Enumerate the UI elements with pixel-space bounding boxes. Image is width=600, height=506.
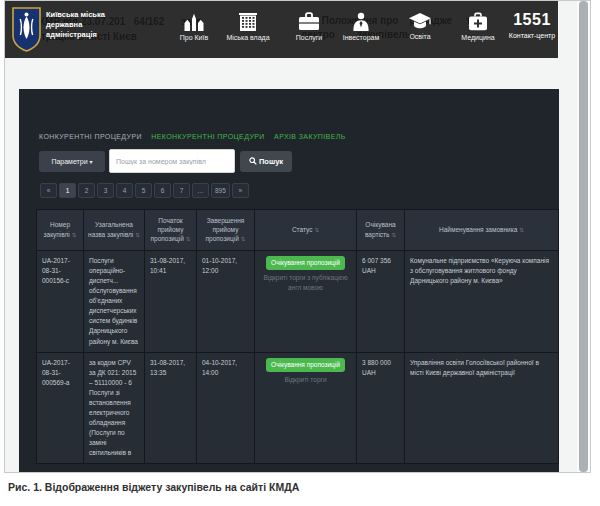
status-badge: Очікування пропозицій	[266, 358, 345, 372]
tender-expected-value: 6 007 356 UAH	[357, 251, 405, 353]
nav-item-label: Послуги	[280, 34, 338, 41]
pagination-next[interactable]: »	[232, 183, 249, 198]
search-controls: Параметри ▾ Пошук	[39, 148, 339, 174]
parameters-button[interactable]: Параметри ▾	[39, 151, 105, 172]
city-building-icon	[219, 12, 277, 31]
nav-item-miska-vlada[interactable]: Міська влада	[219, 12, 277, 41]
nav-item-investoram[interactable]: Інвесторам	[332, 12, 390, 41]
column-header-status[interactable]: Статус⇅	[255, 210, 357, 251]
sort-icon: ⇅	[241, 236, 246, 242]
tender-end: 01-10-2017, 12:00	[197, 251, 255, 353]
nav-item-osvita[interactable]: Освіта	[391, 12, 449, 40]
tab-noncompetitive-procedures[interactable]: НЕКОНКУРЕНТНІ ПРОЦЕДУРИ	[151, 133, 264, 140]
column-header-expected-value[interactable]: Очікувана вартість⇅	[357, 210, 405, 251]
contact-center[interactable]: 1551 Контакт-центр	[499, 10, 565, 39]
pagination-page-895[interactable]: 895	[211, 183, 230, 198]
site-header: КМР від 23.07.201 64/162 затв трацію в м…	[5, 1, 558, 58]
pagination-ellipsis[interactable]: …	[192, 183, 209, 198]
table-row[interactable]: UA-2017-08-31-000569-a за кодом CPV за Д…	[37, 352, 559, 464]
investor-person-icon	[332, 12, 390, 31]
pagination-page-2[interactable]: 2	[78, 183, 95, 198]
pagination-prev[interactable]: «	[40, 183, 57, 198]
tender-name: за кодом CPV за ДК 021: 2015 – 51110000 …	[84, 352, 145, 464]
table-row[interactable]: UA-2017-08-31-000156-c Послуги операційн…	[37, 251, 559, 353]
procurement-widget: КОНКУРЕНТНІ ПРОЦЕДУРИ НЕКОНКУРЕНТНІ ПРОЦ…	[19, 89, 559, 473]
procedure-tabs: КОНКУРЕНТНІ ПРОЦЕДУРИ НЕКОНКУРЕНТНІ ПРОЦ…	[39, 133, 353, 140]
column-header-end[interactable]: Завершення прийому пропозицій⇅	[197, 210, 255, 251]
scrollbar-thumb[interactable]	[579, 1, 588, 472]
tender-status: Очікування пропозицій Відкриті торги	[255, 352, 357, 464]
sort-icon: ⇅	[391, 232, 396, 238]
tender-customer: Комунальне підприємство «Керуюча компані…	[405, 251, 559, 353]
tender-status: Очікування пропозицій Відкриті торги з п…	[255, 251, 357, 353]
sort-icon: ⇅	[135, 232, 140, 238]
tender-start: 31-08-2017, 13:35	[145, 352, 197, 464]
table-header-row: Номер закупівлі⇅ Узагальнена назва закуп…	[37, 210, 559, 251]
column-header-customer[interactable]: Найменування замовника⇅	[405, 210, 559, 251]
figure-caption: Рис. 1. Відображення віджету закупівель …	[8, 481, 299, 493]
tender-customer: Управління освіти Голосіївської районної…	[405, 352, 559, 464]
nav-item-label: Інвесторам	[332, 34, 390, 41]
search-button[interactable]: Пошук	[240, 151, 292, 172]
nav-item-label: Міська влада	[219, 34, 277, 41]
tender-name: Послуги операційно-диспетч... обслуговув…	[84, 251, 145, 353]
tender-start: 31-08-2017, 10:41	[145, 251, 197, 353]
tender-number: UA-2017-08-31-000569-a	[37, 352, 84, 464]
nav-item-label: Про Київ	[165, 34, 223, 41]
tab-competitive-procedures[interactable]: КОНКУРЕНТНІ ПРОЦЕДУРИ	[39, 133, 142, 140]
sort-icon: ⇅	[72, 232, 77, 238]
graduation-cap-icon	[391, 12, 449, 30]
sort-icon: ⇅	[186, 236, 191, 242]
pagination-page-5[interactable]: 5	[135, 183, 152, 198]
procurement-table: Номер закупівлі⇅ Узагальнена назва закуп…	[36, 209, 559, 464]
kmda-site-screenshot: КМР від 23.07.201 64/162 затв трацію в м…	[4, 0, 591, 473]
column-header-number[interactable]: Номер закупівлі⇅	[37, 210, 84, 251]
pagination-page-4[interactable]: 4	[116, 183, 133, 198]
chevron-down-icon: ▾	[90, 159, 93, 165]
sort-icon: ⇅	[519, 227, 524, 233]
pagination-page-3[interactable]: 3	[97, 183, 114, 198]
search-icon	[249, 157, 257, 165]
pagination-page-7[interactable]: 7	[173, 183, 190, 198]
status-note: Відкриті торги	[260, 375, 351, 385]
pagination: « 1 2 3 4 5 6 7 … 895 »	[40, 183, 249, 198]
status-note: Відкриті торги з публікацією англ мовою	[260, 273, 351, 293]
status-badge: Очікування пропозицій	[266, 256, 345, 270]
pagination-page-1[interactable]: 1	[59, 183, 76, 198]
browser-scrollbar	[577, 1, 590, 472]
tender-end: 04-10-2017, 14:00	[197, 352, 255, 464]
tender-number: UA-2017-08-31-000156-c	[37, 251, 84, 353]
site-title: Київська міська державна адміністрація	[46, 10, 134, 40]
pagination-page-6[interactable]: 6	[154, 183, 171, 198]
tab-procurement-archive[interactable]: АРХІВ ЗАКУПІВЕЛЬ	[274, 133, 346, 140]
kyiv-coat-of-arms-logo[interactable]	[12, 7, 41, 56]
tender-expected-value: 3 880 000 UAH	[357, 352, 405, 464]
briefcase-icon	[280, 12, 338, 31]
column-header-name[interactable]: Узагальнена назва закупівлі⇅	[84, 210, 145, 251]
church-icon	[165, 12, 223, 31]
nav-item-label: Освіта	[391, 33, 449, 40]
nav-item-pro-kyiv[interactable]: Про Київ	[165, 12, 223, 41]
sort-icon: ⇅	[314, 227, 319, 233]
column-header-start[interactable]: Початок прийому пропозицій⇅	[145, 210, 197, 251]
contact-center-number: 1551	[499, 10, 565, 29]
contact-center-label: Контакт-центр	[499, 32, 565, 39]
search-input[interactable]	[109, 149, 235, 173]
nav-item-poslugy[interactable]: Послуги	[280, 12, 338, 41]
